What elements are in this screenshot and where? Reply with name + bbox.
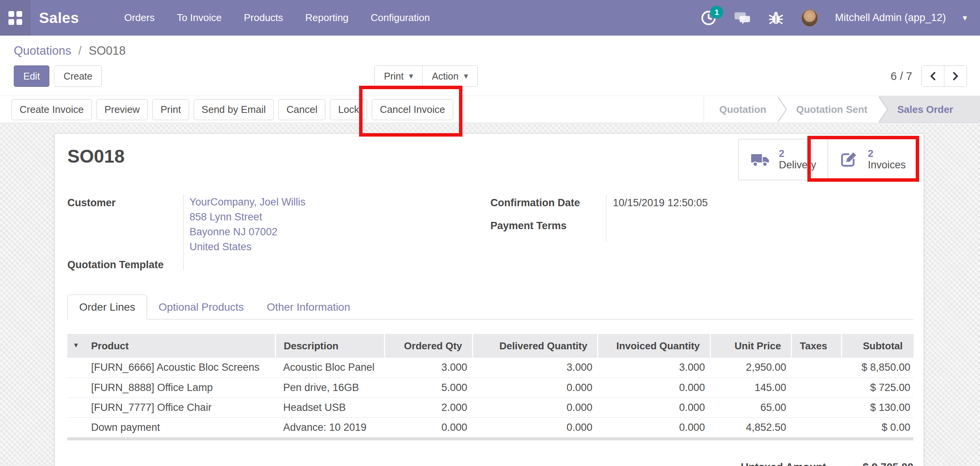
user-avatar[interactable] <box>801 10 818 26</box>
app-brand[interactable]: Sales <box>39 10 79 26</box>
untaxed-amount-value: $ 9,705.00 <box>806 461 913 466</box>
table-header-row: ▼Product Description Ordered Qty Deliver… <box>67 334 913 358</box>
payment-terms-label: Payment Terms <box>490 220 567 232</box>
create-button[interactable]: Create <box>54 65 102 87</box>
debug-bug-icon[interactable] <box>768 10 784 26</box>
form-sheet: SO018 2 Delivery <box>54 133 924 466</box>
column-header-subtotal[interactable]: Subtotal <box>841 334 913 358</box>
apps-menu-toggle[interactable] <box>0 0 31 36</box>
confirmation-date-label: Confirmation Date <box>490 197 580 209</box>
preview-button[interactable]: Preview <box>96 99 148 120</box>
edit-create-buttons: Edit Create <box>14 65 102 87</box>
menu-to-invoice[interactable]: To Invoice <box>177 8 222 28</box>
user-caret-down-icon[interactable]: ▾ <box>963 14 967 22</box>
top-navbar: Sales Orders To Invoice Products Reporti… <box>0 0 980 36</box>
breadcrumb-quotations[interactable]: Quotations <box>14 44 71 57</box>
column-header-description[interactable]: Description <box>276 334 385 358</box>
status-steps: Quotation Quotation Sent Sales Order <box>704 96 980 123</box>
messages-chat-icon[interactable] <box>734 10 751 26</box>
annotation-box-invoices <box>807 136 919 182</box>
status-step-quotation-sent[interactable]: Quotation Sent <box>778 96 879 123</box>
print-dropdown-button[interactable]: Print ▾ <box>375 66 422 86</box>
form-statusbar: Create Invoice Preview Print Send by Ema… <box>0 96 980 123</box>
column-header-taxes[interactable]: Taxes <box>792 334 841 358</box>
field-separator-right <box>606 195 606 241</box>
print-action-group: Print ▾ Action ▾ <box>374 65 478 87</box>
pager-value[interactable]: 6 / 7 <box>891 70 912 83</box>
activity-count-badge: 1 <box>710 6 723 19</box>
notebook-tabs: Order Lines Optional Products Other Info… <box>67 294 913 319</box>
create-invoice-button[interactable]: Create Invoice <box>11 99 92 120</box>
column-header-delivered-quantity[interactable]: Delivered Quantity <box>473 334 598 358</box>
activity-clock-icon[interactable]: 1 <box>700 10 717 26</box>
menu-products[interactable]: Products <box>244 8 283 28</box>
breadcrumb-current: SO018 <box>89 44 126 57</box>
print-button[interactable]: Print <box>152 99 189 120</box>
apps-grid-icon <box>8 11 22 25</box>
truck-icon <box>750 150 770 169</box>
table-row[interactable]: Down payment Advance: 10 2019 0.000 0.00… <box>67 417 913 437</box>
annotation-box-cancel-invoice <box>359 86 462 137</box>
tab-optional-products[interactable]: Optional Products <box>147 295 255 319</box>
action-caret-down-icon: ▾ <box>464 72 468 80</box>
pager-buttons <box>921 65 967 87</box>
pager-previous-button[interactable] <box>922 66 944 86</box>
menu-orders[interactable]: Orders <box>124 8 154 28</box>
menu-reporting[interactable]: Reporting <box>305 8 349 28</box>
table-row[interactable]: [FURN_8888] Office Lamp Pen drive, 16GB … <box>67 378 913 398</box>
action-dropdown-button[interactable]: Action ▾ <box>423 66 477 86</box>
customer-value-link[interactable]: YourCompany, Joel Willis 858 Lynn Street… <box>189 195 305 254</box>
user-menu[interactable]: Mitchell Admin (app_12) <box>835 12 946 24</box>
odoo-sales-screen: Sales Orders To Invoice Products Reporti… <box>0 0 980 466</box>
order-lines-table: ▼Product Description Ordered Qty Deliver… <box>67 334 913 440</box>
column-header-product[interactable]: ▼Product <box>67 334 276 358</box>
status-step-quotation[interactable]: Quotation <box>704 96 778 123</box>
control-panel: Quotations / SO018 Edit Create Print ▾ A… <box>0 36 980 96</box>
menu-configuration[interactable]: Configuration <box>371 8 430 28</box>
customer-field-label: Customer <box>67 197 116 209</box>
table-row[interactable]: [FURN_7777] Office Chair Headset USB 2.0… <box>67 398 913 417</box>
chevron-left-icon <box>929 72 937 80</box>
page-title: SO018 <box>67 146 124 167</box>
cancel-button[interactable]: Cancel <box>278 99 325 120</box>
breadcrumb: Quotations / SO018 <box>14 44 126 58</box>
pager: 6 / 7 <box>891 65 967 87</box>
main-menu: Orders To Invoice Products Reporting Con… <box>124 8 430 28</box>
confirmation-date-value: 10/15/2019 12:50:05 <box>613 197 708 209</box>
avatar <box>801 9 818 27</box>
pager-next-button[interactable] <box>944 66 967 86</box>
print-caret-down-icon: ▾ <box>409 72 413 80</box>
edit-button[interactable]: Edit <box>14 65 49 87</box>
caret-down-icon[interactable]: ▼ <box>73 342 79 349</box>
chevron-right-icon <box>951 72 960 80</box>
breadcrumb-separator: / <box>78 44 82 57</box>
column-header-ordered-qty[interactable]: Ordered Qty <box>385 334 473 358</box>
table-row[interactable]: [FURN_6666] Acoustic Bloc Screens Acoust… <box>67 358 913 378</box>
status-step-sales-order[interactable]: Sales Order <box>879 96 980 123</box>
column-header-invoiced-quantity[interactable]: Invoiced Quantity <box>598 334 710 358</box>
systray: 1 Mitchell Admin (app_12) ▾ <box>700 10 980 26</box>
tab-order-lines[interactable]: Order Lines <box>67 295 147 319</box>
tab-other-information[interactable]: Other Information <box>255 295 362 319</box>
quotation-template-label: Quotation Template <box>67 259 164 271</box>
send-by-email-button[interactable]: Send by Email <box>194 99 274 120</box>
field-separator-left <box>183 195 184 270</box>
column-header-unit-price[interactable]: Unit Price <box>710 334 792 358</box>
